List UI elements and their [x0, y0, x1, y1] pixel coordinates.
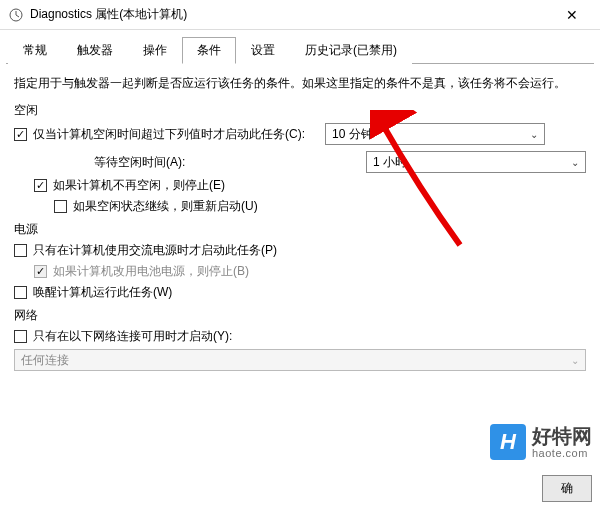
tab-actions[interactable]: 操作 [128, 37, 182, 64]
close-button[interactable]: ✕ [552, 7, 592, 23]
combo-wait-duration-value: 1 小时 [373, 154, 407, 171]
combo-idle-duration[interactable]: 10 分钟 ⌄ [325, 123, 545, 145]
chevron-down-icon: ⌄ [571, 355, 579, 366]
checkbox-wake[interactable] [14, 286, 27, 299]
section-network-label: 网络 [14, 307, 586, 324]
tab-general[interactable]: 常规 [8, 37, 62, 64]
label-ac-only: 只有在计算机使用交流电源时才启动此任务(P) [33, 242, 277, 259]
watermark-cn: 好特网 [532, 425, 592, 447]
label-wake: 唤醒计算机运行此任务(W) [33, 284, 172, 301]
checkbox-ac-only[interactable] [14, 244, 27, 257]
tab-conditions[interactable]: 条件 [182, 37, 236, 64]
tab-content: 指定用于与触发器一起判断是否应运行该任务的条件。如果这里指定的条件不是真，该任务… [0, 64, 600, 389]
checkbox-restart-if-idle[interactable] [54, 200, 67, 213]
title-bar: Diagnostics 属性(本地计算机) ✕ [0, 0, 600, 30]
checkbox-stop-on-battery [34, 265, 47, 278]
combo-network-value: 任何连接 [21, 352, 69, 369]
tab-settings[interactable]: 设置 [236, 37, 290, 64]
checkbox-only-if-network[interactable] [14, 330, 27, 343]
watermark-en: haote.com [532, 447, 592, 459]
label-stop-if-not-idle: 如果计算机不再空闲，则停止(E) [53, 177, 225, 194]
label-only-if-network: 只有在以下网络连接可用时才启动(Y): [33, 328, 232, 345]
watermark-logo: H [490, 424, 526, 460]
section-idle-label: 空闲 [14, 102, 586, 119]
dialog-footer: 确 [542, 475, 592, 502]
clock-icon [8, 7, 24, 23]
tab-triggers[interactable]: 触发器 [62, 37, 128, 64]
combo-idle-duration-value: 10 分钟 [332, 126, 373, 143]
label-restart-if-idle: 如果空闲状态继续，则重新启动(U) [73, 198, 258, 215]
tab-history[interactable]: 历史记录(已禁用) [290, 37, 412, 64]
label-start-on-idle: 仅当计算机空闲时间超过下列值时才启动此任务(C): [33, 126, 305, 143]
section-power-label: 电源 [14, 221, 586, 238]
description-text: 指定用于与触发器一起判断是否应运行该任务的条件。如果这里指定的条件不是真，该任务… [14, 74, 586, 92]
ok-button[interactable]: 确 [542, 475, 592, 502]
chevron-down-icon: ⌄ [571, 157, 579, 168]
label-stop-on-battery: 如果计算机改用电池电源，则停止(B) [53, 263, 249, 280]
chevron-down-icon: ⌄ [530, 129, 538, 140]
window-title: Diagnostics 属性(本地计算机) [30, 6, 552, 23]
label-wait-idle: 等待空闲时间(A): [54, 154, 185, 171]
combo-network-connection: 任何连接 ⌄ [14, 349, 586, 371]
tab-strip: 常规 触发器 操作 条件 设置 历史记录(已禁用) [6, 34, 594, 64]
watermark: H 好特网 haote.com [490, 424, 592, 460]
checkbox-stop-if-not-idle[interactable] [34, 179, 47, 192]
combo-wait-duration[interactable]: 1 小时 ⌄ [366, 151, 586, 173]
checkbox-start-on-idle[interactable] [14, 128, 27, 141]
